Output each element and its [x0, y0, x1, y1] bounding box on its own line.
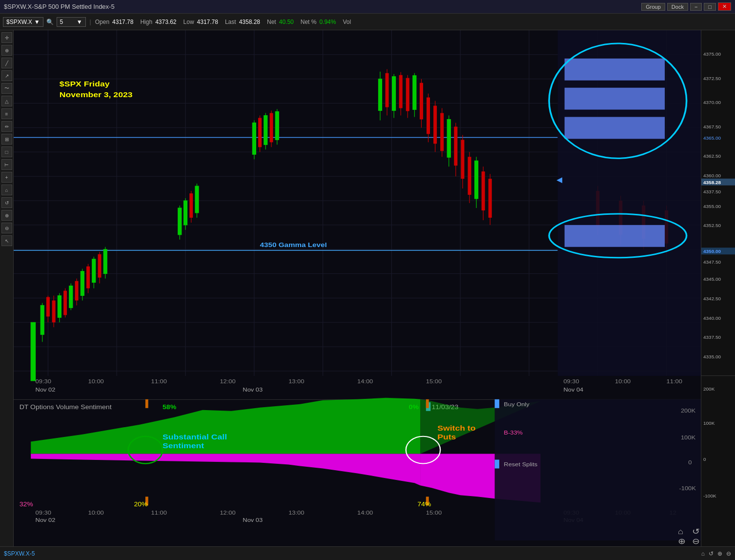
vol-time-1400: 14:00 — [357, 510, 373, 516]
low-value: 4317.78 — [197, 19, 218, 25]
svg-rect-89 — [433, 106, 437, 144]
svg-rect-93 — [447, 119, 450, 157]
svg-rect-119 — [145, 399, 148, 408]
wave-tool[interactable]: 〜 — [1, 83, 12, 94]
pl-4375: 4375.00 — [703, 51, 721, 57]
chart-svg: 4350 Gamma Level $SPX Friday November 3,… — [14, 30, 701, 546]
chart-main[interactable]: 4350 Gamma Level $SPX Friday November 3,… — [14, 30, 701, 546]
window-controls: Group Dock − □ ✕ — [641, 2, 731, 11]
svg-rect-71 — [275, 112, 279, 140]
high-label: High — [140, 19, 152, 25]
zoom-out-icon2[interactable]: ⊖ — [692, 537, 699, 545]
nav-back-icon[interactable]: ↺ — [709, 550, 714, 557]
vol-time-1500: 15:00 — [426, 510, 442, 516]
pl-4360: 4360.00 — [703, 173, 721, 178]
svg-rect-123 — [495, 399, 701, 540]
select-tool[interactable]: ↖ — [1, 235, 12, 246]
current-price-label: 4358.28 — [703, 180, 721, 185]
gamma-price-label: 4350.00 — [703, 249, 721, 254]
svg-rect-97 — [461, 140, 464, 179]
order-book-rect-4 — [565, 225, 665, 247]
back-icon[interactable]: ↺ — [692, 527, 699, 536]
line-tool[interactable]: ╱ — [1, 58, 12, 68]
measure-tool[interactable]: ⊢ — [1, 159, 12, 170]
zoom-out-tool[interactable]: ⊖ — [1, 223, 12, 233]
time-label-0930: 09:30 — [36, 378, 52, 385]
pl-4370: 4370.00 — [703, 100, 721, 105]
vol-time-1100: 11:00 — [151, 510, 167, 516]
group-button[interactable]: Group — [641, 3, 665, 11]
home-icon[interactable]: ⌂ — [678, 527, 683, 536]
switch-puts-line1: Switch to — [437, 424, 475, 432]
home-tool[interactable]: ⌂ — [1, 185, 12, 195]
pl-4342: 4342.50 — [703, 296, 721, 301]
nav-zoom-in-icon[interactable]: ⊕ — [717, 550, 722, 557]
bottom-symbol: $SPXW.X-5 — [4, 550, 35, 557]
net-value: 40.50 — [279, 19, 294, 25]
substantial-call-line2: Sentiment — [163, 441, 204, 449]
time-label-1200: 12:00 — [220, 378, 236, 385]
pl-4345: 4345.00 — [703, 276, 721, 282]
price-axis-volume: 200K 100K 0 -100K — [701, 376, 735, 546]
window-title: $SPXW.X-S&P 500 PM Settled Index-5 — [4, 3, 115, 10]
switch-puts-line2: Puts — [437, 433, 456, 440]
high-value: 4373.62 — [155, 19, 176, 25]
pct-32: 32% — [20, 501, 34, 508]
symbol-selector[interactable]: $SPXW.X ▼ — [3, 17, 43, 27]
nav-home-icon[interactable]: ⌂ — [701, 550, 705, 557]
rect-tool[interactable]: □ — [1, 146, 12, 157]
svg-rect-45 — [81, 271, 84, 296]
price-axis: 4375.00 4372.50 4370.00 4367.50 4365.00 … — [701, 30, 735, 546]
time-label-1000b: 10:00 — [615, 378, 631, 385]
svg-rect-114 — [558, 30, 701, 376]
close-button[interactable]: ✕ — [718, 2, 731, 11]
nav-zoom-out-icon[interactable]: ⊖ — [726, 550, 731, 557]
arrow-tool[interactable]: ↗ — [1, 70, 12, 81]
zoom-in-icon2[interactable]: ⊕ — [678, 537, 685, 545]
dock-button[interactable]: Dock — [667, 3, 688, 11]
va-0: 0 — [703, 457, 706, 462]
pl-4372: 4372.50 — [703, 76, 721, 81]
interval-selector[interactable]: 5 ▼ — [57, 17, 86, 27]
zoom-in-tool[interactable]: ⊕ — [1, 210, 12, 221]
svg-rect-49 — [92, 259, 96, 283]
svg-rect-85 — [420, 83, 423, 120]
cursor-tool[interactable]: ✛ — [1, 32, 12, 43]
svg-rect-37 — [58, 295, 61, 317]
grid-tool[interactable]: ⊞ — [1, 134, 12, 145]
left-toolbar: ✛ ⊕ ╱ ↗ 〜 △ ≡ ✏ ⊞ □ ⊢ + ⌂ ↺ ⊕ ⊖ ↖ — [0, 30, 14, 546]
search-icon[interactable]: 🔍 — [46, 19, 54, 25]
svg-rect-73 — [378, 79, 382, 111]
svg-rect-87 — [427, 98, 430, 134]
svg-rect-124 — [495, 399, 499, 408]
minimize-button[interactable]: − — [690, 3, 702, 11]
time-label-1000: 10:00 — [88, 378, 104, 385]
svg-rect-39 — [63, 290, 67, 315]
maximize-button[interactable]: □ — [704, 3, 716, 11]
vol-200k: 200K — [681, 408, 695, 414]
vol-0: 0 — [688, 459, 692, 466]
reset-splits-label: Reset Splits — [504, 461, 537, 468]
price-axis-main: 4375.00 4372.50 4370.00 4367.50 4365.00 … — [701, 30, 735, 376]
undo-tool[interactable]: ↺ — [1, 197, 12, 208]
date-nov02: Nov 02 — [36, 387, 56, 393]
pen-tool[interactable]: ✏ — [1, 121, 12, 132]
triangle-tool[interactable]: △ — [1, 96, 12, 106]
interval-value: 5 — [60, 19, 63, 25]
time-label-1500: 15:00 — [426, 378, 442, 385]
plus-tool[interactable]: + — [1, 172, 12, 183]
vol-date-nov02: Nov 02 — [36, 517, 56, 523]
svg-rect-69 — [269, 113, 273, 143]
va-100k: 100K — [703, 420, 715, 426]
svg-rect-63 — [252, 123, 256, 154]
svg-rect-101 — [475, 161, 478, 199]
svg-rect-65 — [258, 118, 262, 147]
vol-date-nov03: Nov 03 — [243, 517, 263, 523]
svg-rect-35 — [52, 300, 56, 322]
svg-rect-129 — [701, 376, 735, 546]
fib-tool[interactable]: ≡ — [1, 108, 12, 119]
svg-rect-95 — [454, 126, 457, 166]
pct-74: 74% — [417, 501, 431, 508]
buy-only-label: Buy Only — [504, 401, 529, 408]
crosshair-tool[interactable]: ⊕ — [1, 45, 12, 56]
